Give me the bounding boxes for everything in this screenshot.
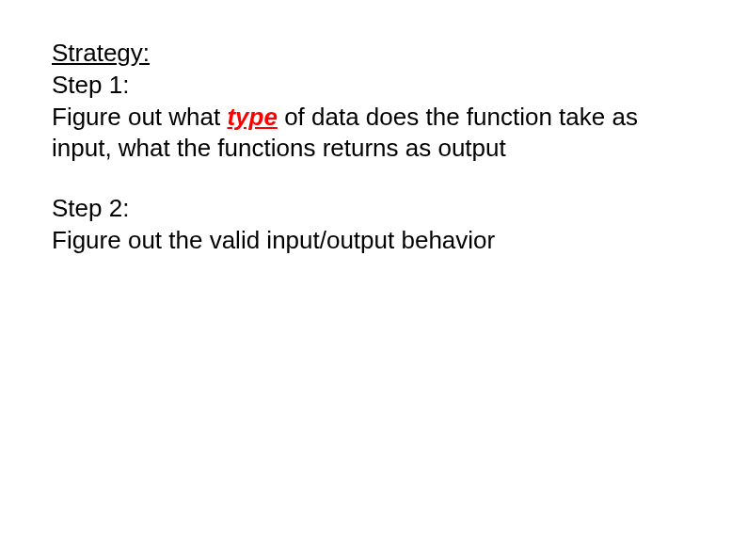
step1-text-before: Figure out what [52, 103, 227, 131]
step2-label: Step 2: [52, 193, 695, 225]
type-word: type [227, 103, 277, 131]
step2-block: Step 2: Figure out the valid input/outpu… [52, 193, 695, 257]
strategy-heading: Strategy: [52, 38, 695, 70]
step2-text: Figure out the valid input/output behavi… [52, 225, 695, 257]
step1-text: Figure out what type of data does the fu… [52, 102, 695, 166]
step1-block: Strategy: Step 1: Figure out what type o… [52, 38, 695, 165]
step1-label: Step 1: [52, 70, 695, 102]
